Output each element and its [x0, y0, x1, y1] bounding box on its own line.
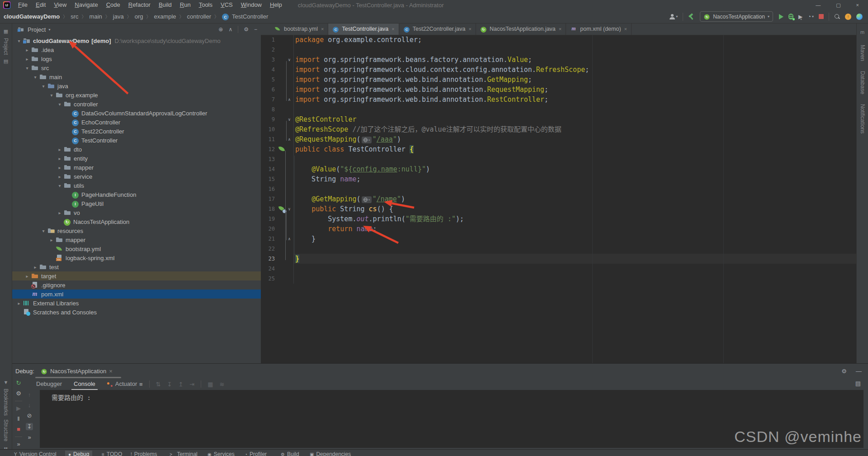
tree-item-resources[interactable]: ▾resources	[12, 226, 261, 235]
close-session-icon[interactable]: ×	[109, 368, 113, 375]
statusbar-build[interactable]: ⚙Build	[278, 451, 302, 456]
code-text[interactable]: @RequestMapping(▾"/aaa")	[294, 134, 868, 144]
code-line-19[interactable]: 19 System.out.println("需要路由的 :");	[261, 214, 868, 224]
expand-arrow-icon[interactable]: ▸	[47, 238, 56, 242]
code-line-14[interactable]: 14 @Value("${config.name:null}")	[261, 164, 868, 174]
code-line-6[interactable]: 6import org.springframework.web.bind.ann…	[261, 85, 868, 95]
expand-arrow-icon[interactable]: ▸	[15, 301, 23, 306]
fold-marker-icon[interactable]: ∨	[287, 114, 292, 124]
scroll-to-end-icon[interactable]: ↧	[26, 423, 33, 430]
code-line-12[interactable]: 12public class TestController {	[261, 144, 868, 154]
tree-item-main[interactable]: ▾main	[12, 72, 261, 81]
code-line-25[interactable]: 25	[261, 274, 868, 284]
collapse-arrow-icon[interactable]: ▾	[23, 66, 31, 71]
code-line-3[interactable]: 3∨import org.springframework.beans.facto…	[261, 55, 868, 65]
search-everywhere-icon[interactable]	[834, 14, 840, 19]
scroll-up-icon[interactable]: ↥	[178, 381, 183, 388]
close-icon[interactable]: ×	[856, 2, 859, 8]
breadcrumb-item[interactable]: org	[135, 13, 143, 20]
code-line-13[interactable]: 13	[261, 154, 868, 164]
statusbar-terminal[interactable]: >_Terminal	[166, 451, 201, 456]
code-text[interactable]	[294, 154, 868, 164]
user-profile-button[interactable]: ▾	[670, 14, 678, 19]
menu-vcs[interactable]: VCS	[217, 1, 237, 8]
tree-item-logback-spring.xml[interactable]: <>logback-spring.xml	[12, 253, 261, 262]
tree-item-cloudGatewayDemo[interactable]: ▾cloudGatewayDemo[demo]D:\workspace\stud…	[12, 36, 261, 45]
fold-marker-icon[interactable]: ∧	[287, 95, 292, 104]
fold-marker-icon[interactable]: ∧	[287, 234, 292, 244]
code-line-10[interactable]: 10@RefreshScope //加了这个注解之后，@value注解才可以实时…	[261, 124, 868, 134]
menu-window[interactable]: Window	[237, 1, 266, 8]
spring-bean-gutter-icon[interactable]	[278, 146, 285, 152]
code-text[interactable]: import org.springframework.web.bind.anno…	[294, 85, 868, 95]
update-notification-icon[interactable]: ↑	[845, 14, 851, 20]
expand-arrow-icon[interactable]: ▸	[31, 265, 39, 270]
editor-tab-Test22Controller.java[interactable]: Test22Controller.java×	[399, 23, 476, 35]
code-text[interactable]	[294, 264, 868, 274]
tree-item-logs[interactable]: ▸logs	[12, 54, 261, 63]
project-panel-title[interactable]: Project	[28, 26, 46, 33]
collapse-arrow-icon[interactable]: ▾	[47, 93, 56, 98]
project-settings-icon[interactable]: ⚙	[244, 26, 249, 33]
code-text[interactable]: public class TestController {	[294, 144, 868, 154]
editor-tab-pom.xmldemo[interactable]: pom.xml (demo)×	[566, 23, 632, 35]
layout-settings-icon[interactable]: ▤	[855, 380, 861, 387]
code-line-7[interactable]: 7∧import org.springframework.web.bind.an…	[261, 95, 868, 104]
code-line-9[interactable]: 9∨@RestController	[261, 114, 868, 124]
code-text[interactable]: @Value("${config.name:null}")	[294, 164, 868, 174]
commit-tool-icon[interactable]: ▤	[3, 58, 9, 64]
code-text[interactable]: package org.example.controller;	[294, 35, 868, 45]
next-occurrence-icon[interactable]: ↓	[28, 402, 31, 408]
debug-tab-console[interactable]: Console	[68, 378, 101, 390]
close-tab-icon[interactable]: ×	[321, 26, 324, 32]
code-text[interactable]: }	[294, 254, 868, 264]
clear-console-icon[interactable]: ≋	[220, 381, 225, 388]
tree-item-ScratchesandConsoles[interactable]: Scratches and Consoles	[12, 308, 261, 317]
code-line-11[interactable]: 11∧@RequestMapping(▾"/aaa")	[261, 134, 868, 144]
fold-marker-icon[interactable]: ∧	[287, 134, 292, 144]
menu-edit[interactable]: Edit	[32, 1, 50, 8]
rerun-icon[interactable]: ↻	[16, 380, 21, 386]
debug-button[interactable]	[788, 14, 793, 19]
code-text[interactable]	[294, 184, 868, 194]
tree-item-java[interactable]: ▾java	[12, 81, 261, 90]
code-text[interactable]	[294, 244, 868, 254]
code-line-8[interactable]: 8	[261, 104, 868, 114]
expand-arrow-icon[interactable]: ▸	[23, 274, 31, 279]
debug-tab-actuator[interactable]: Actuator	[101, 378, 143, 390]
code-text[interactable]	[294, 45, 868, 55]
menu-refactor[interactable]: Refactor	[124, 1, 155, 8]
tree-item-ExternalLibraries[interactable]: ▸External Libraries	[12, 299, 261, 308]
editor-tab-NacosTestApplication.java[interactable]: NacosTestApplication.java×	[476, 23, 566, 35]
code-editor[interactable]: 1package org.example.controller;23∨impor…	[261, 35, 868, 363]
tree-item-.idea[interactable]: ▸.idea	[12, 45, 261, 54]
statusbar-dependencies[interactable]: ▣Dependencies	[307, 451, 354, 456]
tree-item-TestController[interactable]: TestController	[12, 136, 261, 145]
close-tab-icon[interactable]: ×	[392, 26, 394, 32]
locate-file-icon[interactable]: ⊕	[218, 26, 223, 33]
collapse-arrow-icon[interactable]: ▾	[31, 75, 39, 80]
statusbar-version-control[interactable]: YVersion Control	[11, 451, 60, 456]
maximize-icon[interactable]: ▢	[836, 2, 840, 8]
code-text[interactable]: @RefreshScope //加了这个注解之后，@value注解才可以实时的获…	[294, 124, 868, 134]
code-text[interactable]: @RestController	[294, 114, 868, 124]
menu-code[interactable]: Code	[102, 1, 124, 8]
expand-arrow-icon[interactable]: ▸	[56, 210, 64, 215]
tree-item-mapper[interactable]: ▸mapper	[12, 163, 261, 172]
more-icon[interactable]: »	[28, 434, 31, 441]
tree-item-PageHandleFunction[interactable]: PageHandleFunction	[12, 190, 261, 199]
statusbar-profiler[interactable]: ◔Profiler	[241, 451, 270, 456]
expand-arrow-icon[interactable]: ▸	[56, 147, 64, 152]
prev-occurrence-icon[interactable]: ↑	[28, 392, 31, 398]
tree-item-Test22Controller[interactable]: Test22Controller	[12, 127, 261, 136]
pause-icon[interactable]: ‖	[17, 416, 19, 422]
code-text[interactable]: import org.springframework.beans.factory…	[294, 55, 868, 65]
statusbar-services[interactable]: ◉Services	[204, 451, 238, 456]
soft-wrap-icon[interactable]: ▦	[208, 381, 213, 388]
code-line-4[interactable]: 4import org.springframework.cloud.contex…	[261, 65, 868, 75]
close-tab-icon[interactable]: ×	[468, 26, 471, 32]
code-line-5[interactable]: 5import org.springframework.web.bind.ann…	[261, 75, 868, 85]
breadcrumb-item[interactable]: example	[154, 13, 176, 20]
console-menu-icon[interactable]: ≡	[139, 381, 143, 388]
expand-arrow-icon[interactable]: ▸	[56, 156, 64, 161]
